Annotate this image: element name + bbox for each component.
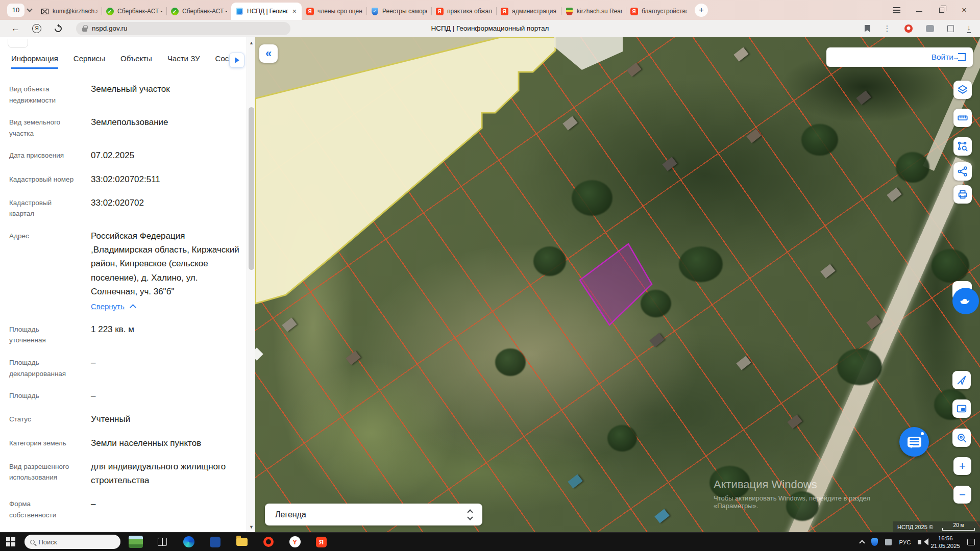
start-button[interactable] — [6, 537, 15, 546]
field-row: Площадь декларированная – — [9, 356, 239, 379]
clock[interactable]: 16:56 21.05.2025 — [930, 535, 960, 550]
sber-check-icon: ✓ — [170, 7, 179, 15]
restore-button[interactable] — [937, 6, 946, 15]
minimap-button[interactable] — [952, 399, 971, 418]
login-label[interactable]: Войти — [932, 53, 953, 62]
expand-collapse-icon[interactable] — [468, 510, 472, 519]
yandex-icon: Я — [306, 7, 314, 15]
nspd-doc-icon — [235, 7, 243, 15]
notification-center-icon[interactable] — [967, 539, 975, 545]
search-extent-button[interactable] — [952, 429, 971, 447]
new-tab-button[interactable]: + — [695, 4, 708, 17]
chat-icon — [908, 437, 921, 447]
chat-button[interactable] — [899, 427, 929, 457]
lock-icon — [82, 28, 87, 32]
address-box[interactable]: nspd.gov.ru — [76, 22, 290, 35]
tab-registries[interactable]: ✓ Реестры саморегу — [366, 3, 431, 20]
zoom-in-button[interactable]: + — [953, 457, 971, 475]
tray-expand-icon[interactable] — [860, 540, 865, 545]
layers-button[interactable] — [953, 81, 972, 99]
blue-app-icon[interactable] — [209, 536, 222, 548]
legend-bar[interactable]: Легенда — [265, 504, 482, 525]
edge-browser-icon[interactable] — [183, 536, 195, 548]
url-bar-actions: ⋮ ↓ — [865, 20, 980, 37]
registry-shield-icon: ✓ — [371, 7, 379, 15]
field-row-address: Адрес Российская Федерация ,Владимирская… — [9, 229, 239, 313]
widgets-weather-icon[interactable] — [129, 536, 143, 548]
windows-activation-watermark-line2: Чтобы активировать Windows, перейдите в … — [714, 494, 882, 510]
field-row: Форма собственности – — [9, 497, 239, 520]
extension-red-icon[interactable] — [904, 24, 913, 33]
tab-sberbank-ast-2[interactable]: ✓ Сбербанк-АСТ - Эл — [166, 3, 231, 20]
scroll-up-icon[interactable]: ▲ — [247, 38, 256, 47]
collapse-panel-button[interactable]: « — [259, 44, 278, 63]
opera-browser-icon[interactable] — [262, 536, 275, 548]
zoom-out-button[interactable]: − — [953, 486, 971, 504]
time: 16:56 — [930, 535, 960, 542]
tab-landscaping[interactable]: Я благоустройство т — [626, 3, 691, 20]
tab-administration[interactable]: Я администрация ки — [496, 3, 561, 20]
panel-tabs: Информация Сервисы Объекты Части ЗУ Сост… — [0, 37, 247, 69]
extension-gray-icon[interactable] — [926, 25, 934, 32]
map-viewport[interactable]: « Войти — [255, 37, 980, 532]
tab-group-counter[interactable]: 10 — [7, 4, 32, 17]
tab-nspd-active[interactable]: НСПД | Геоинфо × — [231, 3, 302, 20]
browser-menu-button[interactable] — [892, 6, 901, 15]
refresh-button[interactable] — [53, 23, 63, 34]
selected-parcel-polygon[interactable] — [580, 244, 652, 325]
back-button[interactable]: ← — [11, 23, 20, 34]
url-text[interactable]: nspd.gov.ru — [92, 24, 128, 32]
tab-count[interactable]: 10 — [7, 4, 24, 17]
selected-parcel-overlay[interactable] — [255, 37, 980, 532]
share-button[interactable] — [953, 162, 972, 181]
chevron-up-icon — [130, 305, 136, 311]
tab-mail[interactable]: kumi@kirzhach.su — [37, 3, 102, 20]
field-row: Вид разрешенного использования для индив… — [9, 460, 239, 487]
yandex-home-icon[interactable]: Я — [32, 24, 41, 33]
triangle-right-icon — [235, 57, 242, 63]
field-row: Статус Учтенный — [9, 412, 239, 426]
print-button[interactable] — [953, 185, 972, 204]
downloads-icon[interactable]: ↓ — [967, 24, 971, 33]
task-view-button[interactable] — [156, 536, 168, 548]
tabs-sync-icon[interactable] — [947, 25, 954, 32]
tab-kirzhach[interactable]: kirzhach.su Reart - — [561, 3, 626, 20]
tab-objects[interactable]: Объекты — [120, 54, 152, 69]
mail-icon — [41, 7, 49, 15]
tabs-scroll-right-button[interactable] — [229, 53, 244, 68]
tab-information[interactable]: Информация — [11, 54, 58, 69]
close-window-button[interactable]: × — [960, 6, 969, 15]
minimap-icon — [956, 403, 967, 414]
yandex-icon: Я — [630, 7, 638, 15]
taskbar-search[interactable]: Поиск — [24, 535, 120, 549]
collapse-address-link[interactable]: Свернуть — [91, 300, 239, 313]
defender-shield-icon[interactable] — [871, 538, 878, 546]
tray-app-icon[interactable] — [885, 539, 892, 545]
close-tab-icon[interactable]: × — [291, 7, 298, 15]
yandex-app-icon[interactable]: Я — [315, 536, 328, 548]
nspd-bird-icon — [952, 288, 979, 314]
minimize-button[interactable] — [915, 6, 924, 15]
field-row: Категория земель Земли населенных пункто… — [9, 436, 239, 450]
login-bar[interactable]: Войти — [826, 47, 973, 67]
browser-tabs: kumi@kirzhach.su ✓ Сбербанк-АСТ - Эл ✓ С… — [37, 0, 691, 20]
scale-label: 20 м — [953, 523, 964, 528]
file-explorer-icon[interactable] — [236, 536, 248, 548]
scrollbar-thumb[interactable] — [249, 107, 254, 270]
tab-services[interactable]: Сервисы — [74, 54, 105, 69]
tab-practice[interactable]: Я практика обжалов — [431, 3, 496, 20]
scroll-down-icon[interactable]: ▼ — [247, 522, 256, 531]
tab-sberbank-ast-1[interactable]: ✓ Сбербанк-АСТ - Эл — [102, 3, 166, 20]
bookmark-icon[interactable] — [865, 25, 870, 32]
nspd-assistant-button[interactable] — [952, 281, 972, 300]
language-indicator[interactable]: РУС — [899, 539, 911, 545]
tab-parcel-parts[interactable]: Части ЗУ — [167, 54, 200, 69]
kebab-menu-icon[interactable]: ⋮ — [884, 24, 891, 33]
measure-button[interactable] — [953, 109, 972, 127]
yandex-browser-icon[interactable]: Y — [289, 536, 301, 548]
locate-button[interactable] — [952, 371, 971, 389]
volume-icon[interactable] — [918, 540, 921, 544]
panel-scrollbar[interactable]: ▲ ▼ — [247, 37, 255, 532]
area-search-button[interactable] — [953, 137, 972, 156]
tab-sro-members[interactable]: Я члены сро оценщи — [302, 3, 366, 20]
